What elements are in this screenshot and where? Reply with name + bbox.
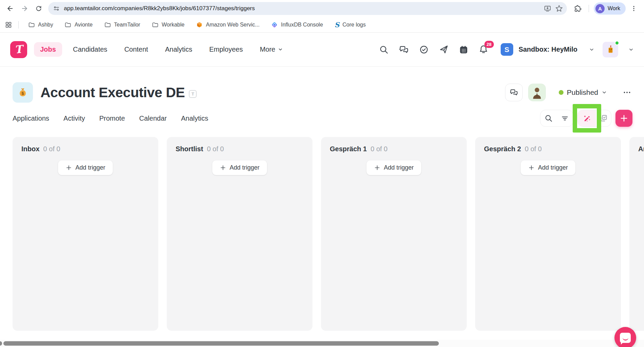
toolbar-divider bbox=[589, 5, 589, 12]
tab-promote[interactable]: Promote bbox=[99, 115, 125, 122]
nav-item-candidates[interactable]: Candidates bbox=[67, 42, 113, 57]
chevron-down-icon[interactable] bbox=[628, 47, 634, 52]
title-template-badge: T bbox=[189, 90, 197, 98]
bookmark-avionte[interactable]: Avionte bbox=[61, 21, 96, 28]
install-icon[interactable] bbox=[544, 5, 551, 12]
status-dot bbox=[559, 90, 564, 95]
tasks-icon[interactable] bbox=[419, 45, 429, 54]
calendar-icon[interactable] bbox=[459, 45, 468, 54]
stage-actions bbox=[540, 110, 632, 127]
search-icon bbox=[544, 114, 553, 122]
teamtailor-app: T Jobs Candidates Content Analytics Empl… bbox=[0, 32, 644, 347]
teamtailor-logo[interactable]: T bbox=[10, 41, 27, 58]
tab-applications[interactable]: Applications bbox=[13, 115, 49, 122]
bookmark-teamtailor[interactable]: TeamTailor bbox=[101, 21, 144, 28]
nav-item-employees[interactable]: Employees bbox=[203, 42, 249, 57]
job-more-button[interactable] bbox=[623, 88, 631, 97]
column-header: Gespräch 1 0 of 0 bbox=[330, 145, 458, 153]
messages-icon bbox=[509, 88, 518, 97]
intercom-launcher[interactable] bbox=[614, 327, 636, 347]
nav-item-jobs[interactable]: Jobs bbox=[34, 42, 62, 57]
add-trigger-button[interactable]: Add trigger bbox=[521, 160, 575, 175]
bookmark-workable[interactable]: Workable bbox=[148, 21, 188, 28]
extensions-button[interactable] bbox=[572, 2, 584, 15]
nav-item-more[interactable]: More bbox=[254, 42, 289, 57]
notifications-button[interactable]: 28 bbox=[479, 45, 488, 54]
plus-icon bbox=[374, 164, 380, 171]
browser-toolbar: app.teamtailor.com/companies/R8kk2ybs8Kk… bbox=[0, 0, 644, 17]
trigger-bulk-group bbox=[577, 110, 611, 127]
add-trigger-button[interactable]: Add trigger bbox=[366, 160, 421, 175]
intercom-icon bbox=[620, 333, 631, 343]
tab-activity[interactable]: Activity bbox=[64, 115, 85, 122]
bookmark-aws[interactable]: Amazon Web Servic... bbox=[193, 21, 263, 28]
bookmarks-divider bbox=[18, 21, 19, 29]
messages-icon[interactable] bbox=[399, 45, 409, 55]
nav-actions: 28 S Sandbox: HeyMilo bbox=[379, 42, 634, 57]
browser-profile-chip[interactable]: A Work bbox=[594, 2, 626, 15]
horizontal-scrollbar-thumb[interactable] bbox=[3, 341, 439, 346]
core-logs-icon: S bbox=[335, 21, 339, 28]
column-header: Shortlist 0 of 0 bbox=[176, 145, 304, 153]
browser-chrome: app.teamtailor.com/companies/R8kk2ybs8Kk… bbox=[0, 0, 644, 32]
bookmark-label: Ashby bbox=[38, 22, 53, 28]
column-title: Shortlist bbox=[176, 145, 203, 153]
bookmark-ashby[interactable]: Ashby bbox=[25, 21, 56, 28]
chevron-down-icon bbox=[278, 47, 283, 52]
bookmark-core-logs[interactable]: S Core logs bbox=[331, 21, 369, 28]
bulk-select-button[interactable] bbox=[596, 110, 611, 126]
extensions-icon bbox=[574, 5, 582, 12]
triggers-button[interactable] bbox=[578, 110, 596, 126]
bookmark-star-icon[interactable] bbox=[555, 5, 563, 12]
add-trigger-button[interactable]: Add trigger bbox=[58, 160, 113, 175]
send-icon[interactable] bbox=[439, 45, 449, 54]
svg-text:$: $ bbox=[21, 91, 24, 96]
bookmarks-bar: Ashby Avionte TeamTailor Workable Amazon… bbox=[0, 17, 644, 32]
aws-icon bbox=[196, 21, 203, 28]
magic-wand-icon bbox=[583, 114, 591, 123]
tab-calendar[interactable]: Calendar bbox=[139, 115, 167, 122]
nav-item-analytics[interactable]: Analytics bbox=[159, 42, 198, 57]
job-status[interactable]: Published bbox=[559, 88, 607, 97]
online-dot bbox=[615, 41, 619, 45]
workspace-tile[interactable]: S bbox=[501, 43, 513, 56]
bookmark-label: Avionte bbox=[74, 22, 92, 28]
user-avatar[interactable] bbox=[603, 42, 618, 57]
status-label: Published bbox=[567, 88, 598, 97]
search-icon[interactable] bbox=[379, 45, 389, 54]
column-count: 0 of 0 bbox=[525, 145, 542, 153]
stage-column-gespraech-1: Gespräch 1 0 of 0 Add trigger bbox=[321, 137, 467, 331]
add-stage-button[interactable] bbox=[615, 110, 632, 127]
reload-button[interactable] bbox=[33, 2, 45, 15]
column-title: Gespräch 1 bbox=[330, 145, 367, 153]
influxdb-icon bbox=[271, 21, 278, 28]
bookmark-influxdb[interactable]: InfluxDB Console bbox=[268, 21, 326, 28]
workspace-name[interactable]: Sandbox: HeyMilo bbox=[519, 46, 577, 53]
forward-button[interactable] bbox=[18, 2, 31, 15]
site-info-icon[interactable] bbox=[53, 5, 60, 12]
recruiter-avatar-button[interactable] bbox=[528, 84, 546, 101]
stage-column-gespraech-2: Gespräch 2 0 of 0 Add trigger bbox=[475, 137, 621, 331]
nav-item-content[interactable]: Content bbox=[118, 42, 154, 57]
browser-menu-button[interactable] bbox=[628, 2, 640, 15]
horizontal-scrollbar-track[interactable] bbox=[0, 340, 644, 347]
ellipsis-icon bbox=[623, 88, 631, 97]
folder-icon bbox=[152, 21, 159, 28]
back-icon bbox=[6, 4, 14, 13]
stage-search-button[interactable] bbox=[540, 110, 557, 126]
url-text[interactable]: app.teamtailor.com/companies/R8kk2ybs8Kk… bbox=[64, 5, 540, 12]
stage-filter-button[interactable] bbox=[557, 110, 573, 126]
tab-analytics[interactable]: Analytics bbox=[181, 115, 208, 122]
add-trigger-button[interactable]: Add trigger bbox=[212, 160, 267, 175]
chevron-down-icon[interactable] bbox=[589, 47, 594, 52]
apps-grid-icon[interactable] bbox=[5, 21, 12, 29]
notification-badge: 28 bbox=[484, 41, 494, 48]
money-bag-icon: $ bbox=[17, 87, 29, 98]
address-bar[interactable]: app.teamtailor.com/companies/R8kk2ybs8Kk… bbox=[48, 2, 567, 15]
folder-icon bbox=[28, 21, 35, 28]
job-messages-button[interactable] bbox=[505, 84, 523, 101]
bookmark-label: InfluxDB Console bbox=[281, 22, 323, 28]
column-title: An bbox=[638, 145, 644, 153]
back-button[interactable] bbox=[4, 2, 16, 15]
column-count: 0 of 0 bbox=[371, 145, 388, 153]
